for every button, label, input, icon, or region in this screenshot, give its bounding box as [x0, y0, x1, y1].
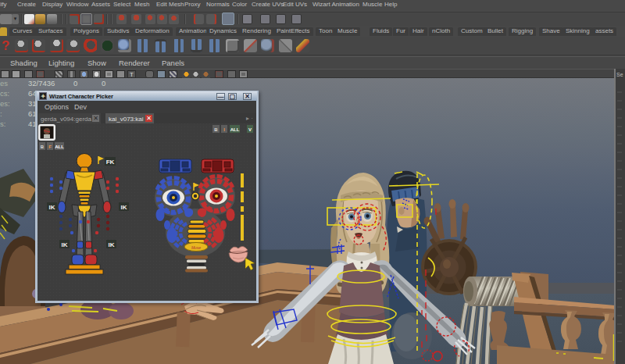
- svg-text:F: F: [48, 145, 52, 149]
- svg-text:IK: IK: [62, 241, 68, 248]
- svg-text:IK: IK: [121, 204, 127, 211]
- svg-text:IK: IK: [109, 241, 115, 248]
- svg-text:V: V: [248, 127, 252, 132]
- svg-text:B: B: [214, 127, 218, 132]
- svg-text:ALL: ALL: [230, 127, 240, 132]
- svg-text:FK: FK: [106, 159, 115, 166]
- svg-text:B: B: [41, 145, 45, 149]
- svg-text:IK: IK: [49, 204, 55, 211]
- svg-text:Muse: Muse: [191, 245, 201, 250]
- svg-text:ALL: ALL: [55, 145, 64, 149]
